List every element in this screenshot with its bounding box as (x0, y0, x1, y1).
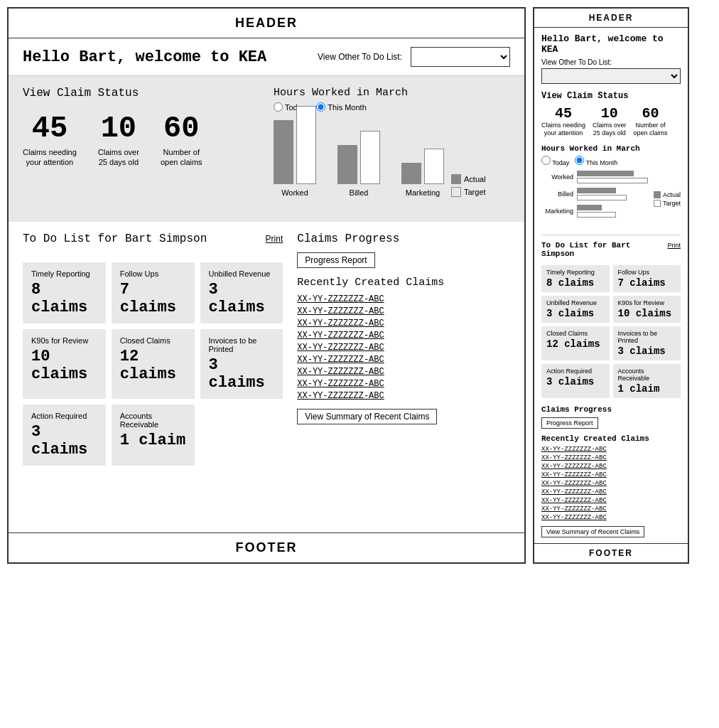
side-progress-report-button[interactable]: Progress Report (541, 417, 598, 429)
claim-link-5[interactable]: XX-YY-ZZZZZZZ-ABC (297, 355, 510, 365)
todo-card-invoices[interactable]: Invoices to be Printed 3 claims (200, 329, 283, 399)
todo-card-closed-claims[interactable]: Closed Claims 12 claims (112, 329, 195, 399)
legend-target-box (451, 187, 461, 197)
bars-row-worked (274, 106, 316, 184)
side-claim-link-8[interactable]: XX-YY-ZZZZZZZ-ABC (541, 514, 681, 521)
side-todo-card-label-action: Action Required (546, 368, 605, 375)
side-view-summary-button[interactable]: View Summary of Recent Claims (541, 526, 644, 537)
print-link[interactable]: Print (266, 234, 283, 244)
side-todo-card-label-followups: Follow Ups (618, 269, 676, 276)
side-legend-actual-label: Actual (663, 191, 681, 198)
side-todo-card-value-followups: 7 claims (618, 277, 676, 289)
side-todo-card-k90s[interactable]: K90s for Review 10 claims (613, 296, 681, 323)
bar-label-worked: Worked (281, 188, 308, 197)
side-todo-card-label-closed: Closed Claims (546, 330, 605, 337)
claim-link-8[interactable]: XX-YY-ZZZZZZZ-ABC (297, 391, 510, 401)
legend-actual: Actual (451, 174, 486, 184)
side-bar-worked-target (577, 178, 648, 183)
side-radio-today-label[interactable]: Today (541, 156, 569, 166)
claim-link-2[interactable]: XX-YY-ZZZZZZZ-ABC (297, 318, 510, 328)
side-todo-card-action[interactable]: Action Required 3 claims (541, 364, 610, 398)
side-print-link[interactable]: Print (667, 242, 681, 249)
claim-stats: 45 Claims needingyour attention 10 Claim… (23, 114, 259, 168)
view-other-container: View Other To Do List: (318, 47, 510, 67)
side-todo-card-label-k90s: K90s for Review (618, 299, 676, 306)
side-radio-this-month[interactable] (575, 156, 584, 165)
side-bar-worked-actual (577, 171, 634, 176)
todo-card-label-closed: Closed Claims (120, 336, 186, 345)
side-claim-link-4[interactable]: XX-YY-ZZZZZZZ-ABC (541, 480, 681, 487)
todo-grid: Timely Reporting 8 claims Follow Ups 7 c… (23, 262, 283, 466)
todo-card-timely-reporting[interactable]: Timely Reporting 8 claims (23, 262, 106, 323)
radio-this-month[interactable] (316, 102, 325, 112)
bar-group-billed: Billed (337, 131, 380, 197)
side-claim-link-0[interactable]: XX-YY-ZZZZZZZ-ABC (541, 446, 681, 453)
todo-card-unbilled-revenue[interactable]: Unbilled Revenue 3 claims (200, 262, 283, 323)
side-todo-card-value-action: 3 claims (546, 376, 605, 387)
stat-label-45: Claims needingyour attention (23, 147, 77, 168)
side-claim-link-2[interactable]: XX-YY-ZZZZZZZ-ABC (541, 463, 681, 470)
side-legend-actual-box (654, 191, 661, 198)
stat-number-10: 10 (98, 114, 139, 144)
todo-card-accounts-receivable[interactable]: Accounts Receivable 1 claim (112, 405, 195, 466)
todo-title: To Do List for Bart Simpson (23, 232, 207, 245)
side-todo-card-value-closed: 12 claims (546, 338, 605, 350)
claim-link-1[interactable]: XX-YY-ZZZZZZZ-ABC (297, 306, 510, 316)
bar-group-worked: Worked (274, 106, 316, 197)
side-claim-link-7[interactable]: XX-YY-ZZZZZZZ-ABC (541, 505, 681, 513)
todo-card-action-required[interactable]: Action Required 3 claims (23, 405, 106, 466)
todo-card-value-ar: 1 claim (120, 432, 186, 449)
side-todo-header: To Do List for Bart Simpson Print (541, 241, 681, 262)
side-footer: FOOTER (534, 543, 688, 562)
main-panel: HEADER Hello Bart, welcome to KEA View O… (7, 7, 526, 564)
claim-link-0[interactable]: XX-YY-ZZZZZZZ-ABC (297, 294, 510, 304)
side-view-other-select[interactable] (541, 68, 681, 84)
side-todo-card-followups[interactable]: Follow Ups 7 claims (613, 265, 681, 292)
side-radio-today[interactable] (541, 156, 551, 165)
side-radio-row: Today This Month (541, 156, 681, 166)
side-legend-target: Target (654, 200, 681, 207)
todo-card-label-k90s: K90s for Review (31, 336, 97, 345)
bar-marketing-actual (401, 163, 421, 184)
view-other-select[interactable] (411, 47, 510, 67)
todo-card-label-ar: Accounts Receivable (120, 412, 186, 429)
side-stat-label-45: Claims needingyour attention (541, 122, 585, 137)
claim-link-3[interactable]: XX-YY-ZZZZZZZ-ABC (297, 331, 510, 341)
bar-billed-actual (337, 145, 357, 184)
side-todo-card-unbilled[interactable]: Unbilled Revenue 3 claims (541, 296, 610, 323)
claim-link-6[interactable]: XX-YY-ZZZZZZZ-ABC (297, 367, 510, 377)
bar-worked-target (296, 106, 316, 184)
bar-label-billed: Billed (350, 188, 369, 197)
radio-this-month-label[interactable]: This Month (316, 102, 366, 112)
main-welcome-title: Hello Bart, welcome to KEA (23, 48, 266, 66)
side-todo-card-ar[interactable]: Accounts Receivable 1 claim (613, 364, 681, 398)
progress-report-button[interactable]: Progress Report (297, 252, 374, 268)
legend-target: Target (451, 187, 486, 197)
legend-actual-label: Actual (464, 175, 486, 183)
side-todo-card-closed[interactable]: Closed Claims 12 claims (541, 326, 610, 360)
todo-card-label-invoices: Invoices to be Printed (209, 336, 275, 353)
claim-link-7[interactable]: XX-YY-ZZZZZZZ-ABC (297, 379, 510, 389)
side-claim-link-5[interactable]: XX-YY-ZZZZZZZ-ABC (541, 488, 681, 496)
side-radio-this-month-label[interactable]: This Month (575, 156, 617, 166)
todo-card-value-k90s: 10 claims (31, 348, 97, 383)
side-stat-number-60: 60 (634, 105, 668, 122)
bar-group-marketing: Marketing (401, 149, 444, 197)
side-todo-card-value-timely: 8 claims (546, 277, 605, 289)
side-stat-label-60: Number ofopen claims (634, 122, 668, 137)
side-header: HEADER (534, 9, 688, 28)
side-claim-link-3[interactable]: XX-YY-ZZZZZZZ-ABC (541, 471, 681, 478)
side-claim-link-6[interactable]: XX-YY-ZZZZZZZ-ABC (541, 497, 681, 504)
view-summary-button[interactable]: View Summary of Recent Claims (297, 409, 437, 424)
todo-card-value-invoices: 3 claims (209, 356, 275, 392)
side-todo-card-invoices[interactable]: Invoices to be Printed 3 claims (613, 326, 681, 360)
todo-card-follow-ups[interactable]: Follow Ups 7 claims (112, 262, 195, 323)
side-todo-card-timely[interactable]: Timely Reporting 8 claims (541, 265, 610, 292)
stat-label-60: Number ofopen claims (161, 147, 202, 168)
todo-card-k90s[interactable]: K90s for Review 10 claims (23, 329, 106, 399)
side-claim-link-1[interactable]: XX-YY-ZZZZZZZ-ABC (541, 454, 681, 461)
side-chart-area: Worked Billed Marketing (541, 171, 681, 228)
side-panel: HEADER Hello Bart, welcome to KEA View O… (533, 7, 689, 564)
claim-link-4[interactable]: XX-YY-ZZZZZZZ-ABC (297, 343, 510, 353)
side-bar-row-billed: Billed (541, 188, 650, 200)
